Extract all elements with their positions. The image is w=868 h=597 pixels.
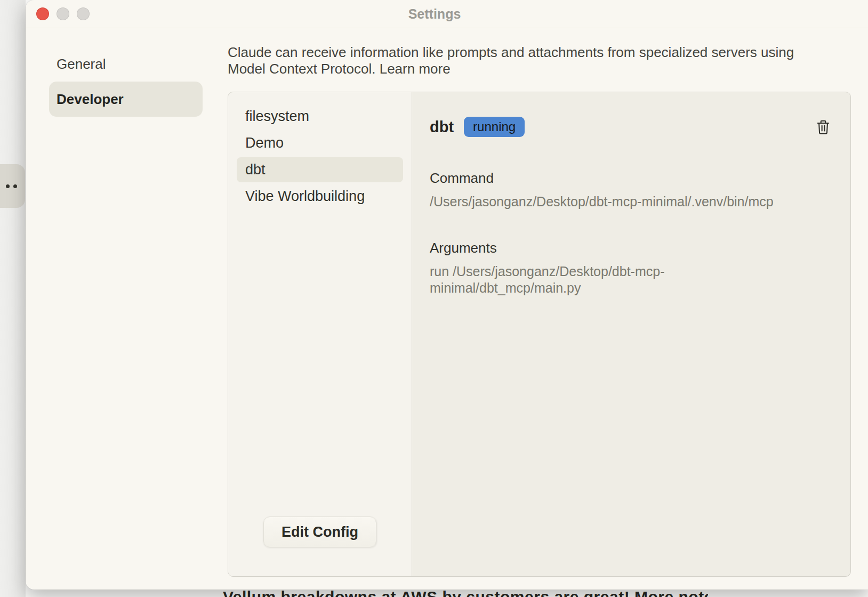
window-title: Settings xyxy=(26,0,843,28)
sidebar-item-label: Developer xyxy=(57,91,124,108)
server-item-dbt[interactable]: dbt xyxy=(237,157,403,182)
command-label: Command xyxy=(430,170,831,187)
mcp-servers-panel: filesystem Demo dbt Vibe Worldbuilding E… xyxy=(228,92,851,577)
arguments-section: Arguments run /Users/jasonganz/Desktop/d… xyxy=(430,240,831,296)
sidebar-item-label: General xyxy=(57,56,106,72)
settings-sidebar: General Developer xyxy=(49,46,203,117)
arguments-value: run /Users/jasonganz/Desktop/dbt-mcp-min… xyxy=(430,263,803,296)
sidebar-item-developer[interactable]: Developer xyxy=(49,82,203,117)
server-item-label: filesystem xyxy=(245,108,309,125)
more-dots-icon[interactable] xyxy=(0,164,25,208)
dot-icon xyxy=(13,184,17,188)
edit-config-button[interactable]: Edit Config xyxy=(263,517,376,547)
server-detail-pane: dbt running Command xyxy=(412,92,850,576)
arguments-label: Arguments xyxy=(430,240,831,256)
settings-window: Settings General Developer Claude can re… xyxy=(26,0,868,590)
server-item-vibe-worldbuilding[interactable]: Vibe Worldbuilding xyxy=(237,184,403,209)
server-item-demo[interactable]: Demo xyxy=(237,131,403,156)
server-list: filesystem Demo dbt Vibe Worldbuilding E… xyxy=(228,92,412,576)
server-detail-header: dbt running xyxy=(430,117,831,137)
server-item-label: Vibe Worldbuilding xyxy=(245,188,365,205)
server-item-label: dbt xyxy=(245,162,266,178)
server-item-label: Demo xyxy=(245,135,284,151)
server-item-filesystem[interactable]: filesystem xyxy=(237,104,403,129)
mcp-description: Claude can receive information like prom… xyxy=(228,44,806,77)
command-section: Command /Users/jasonganz/Desktop/dbt-mcp… xyxy=(430,170,831,210)
sidebar-item-general[interactable]: General xyxy=(49,46,203,82)
learn-more-link[interactable]: Learn more xyxy=(380,61,451,77)
background-app-strip xyxy=(0,0,26,597)
trash-icon xyxy=(816,119,830,135)
delete-server-button[interactable] xyxy=(815,118,831,136)
description-text: Claude can receive information like prom… xyxy=(228,44,794,77)
titlebar: Settings xyxy=(26,0,868,28)
command-value: /Users/jasonganz/Desktop/dbt-mcp-minimal… xyxy=(430,193,803,210)
status-badge: running xyxy=(464,117,525,137)
dot-icon xyxy=(6,184,10,188)
server-name: dbt xyxy=(430,118,454,136)
